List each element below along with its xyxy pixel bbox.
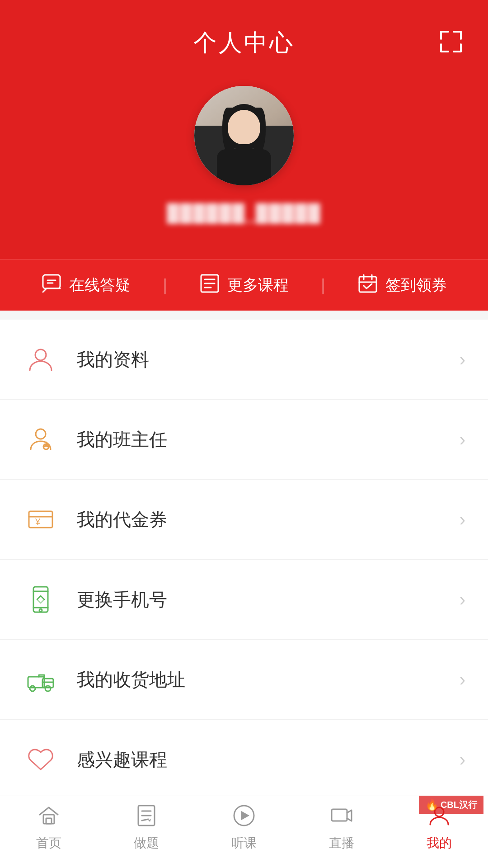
username-display: ██████_█████ (167, 203, 321, 223)
more-courses-icon (199, 273, 220, 297)
avatar[interactable] (194, 86, 294, 185)
svg-point-23 (30, 686, 35, 691)
menu-section: 我的资料 › 我的班主任 › ¥ 我的代金券 › (0, 320, 488, 868)
scan-button[interactable] (436, 27, 465, 60)
nav-exercise-label: 做题 (134, 835, 159, 852)
svg-point-20 (39, 609, 42, 612)
nav-home-label: 首页 (36, 835, 61, 852)
svg-rect-0 (43, 275, 60, 288)
my-profile-label: 我的资料 (77, 347, 460, 372)
my-teacher-icon-wrap (23, 421, 59, 458)
quick-actions-bar: 在线答疑 | 更多课程 | 签到领券 (0, 259, 488, 311)
svg-point-12 (36, 429, 46, 439)
delivery-icon-wrap (23, 661, 59, 698)
interested-courses-arrow: › (460, 750, 465, 770)
online-qa-label: 在线答疑 (69, 275, 131, 296)
nav-item-live[interactable]: 直播 (293, 804, 390, 852)
quick-action-online-qa[interactable]: 在线答疑 (9, 273, 163, 297)
change-phone-icon-wrap (23, 581, 59, 618)
svg-rect-34 (332, 809, 347, 821)
divider-1: | (163, 276, 167, 295)
svg-point-11 (35, 349, 46, 360)
my-voucher-label: 我的代金券 (77, 507, 460, 532)
divider-2: | (321, 276, 325, 295)
my-profile-icon-wrap (23, 341, 59, 377)
nav-listen-label: 听课 (231, 835, 257, 852)
svg-line-31 (142, 819, 148, 821)
menu-item-my-teacher[interactable]: 我的班主任 › (0, 400, 488, 480)
exercise-icon (135, 804, 158, 831)
quick-action-more-courses[interactable]: 更多课程 (167, 273, 321, 297)
menu-item-my-voucher[interactable]: ¥ 我的代金券 › (0, 480, 488, 560)
online-qa-icon (41, 273, 62, 297)
bottom-nav: 首页 做题 听课 (0, 796, 488, 868)
menu-item-change-phone[interactable]: 更换手机号 › (0, 560, 488, 640)
my-teacher-arrow: › (460, 429, 465, 450)
change-phone-arrow: › (460, 590, 465, 610)
nav-live-label: 直播 (329, 835, 354, 852)
my-profile-icon (26, 345, 55, 374)
interested-courses-icon (26, 745, 55, 774)
watermark-text: CBL汉行 (441, 799, 477, 811)
listen-icon (232, 804, 256, 831)
checkin-label: 签到领券 (385, 275, 447, 296)
page-title: 个人中心 (193, 27, 295, 59)
header-section: 个人中心 ██████_█████ (0, 0, 488, 259)
delivery-icon (26, 665, 55, 694)
my-voucher-icon-wrap: ¥ (23, 501, 59, 538)
my-voucher-arrow: › (460, 509, 465, 530)
svg-rect-14 (29, 511, 52, 528)
nav-profile-label: 我的 (427, 835, 452, 852)
more-courses-label: 更多课程 (227, 275, 289, 296)
live-icon (330, 804, 353, 831)
change-phone-label: 更换手机号 (77, 587, 460, 612)
change-phone-icon (26, 585, 55, 614)
svg-marker-33 (241, 811, 249, 820)
flame-icon: 🔥 (425, 798, 439, 811)
watermark: 🔥 CBL汉行 (419, 796, 483, 814)
interested-courses-icon-wrap (23, 741, 59, 778)
svg-rect-26 (43, 815, 54, 824)
my-voucher-icon: ¥ (26, 505, 55, 534)
scan-icon (436, 27, 465, 56)
menu-item-interested-courses[interactable]: 感兴趣课程 › (0, 720, 488, 800)
svg-text:¥: ¥ (35, 517, 41, 527)
menu-item-delivery-address[interactable]: 我的收货地址 › (0, 640, 488, 720)
my-teacher-icon (26, 425, 55, 454)
my-profile-arrow: › (460, 349, 465, 370)
checkin-icon (357, 273, 378, 297)
svg-rect-7 (359, 277, 376, 292)
svg-rect-27 (46, 818, 52, 824)
interested-courses-label: 感兴趣课程 (77, 747, 460, 772)
nav-item-exercise[interactable]: 做题 (98, 804, 195, 852)
my-teacher-label: 我的班主任 (77, 427, 460, 452)
home-icon (37, 804, 61, 831)
nav-item-listen[interactable]: 听课 (195, 804, 293, 852)
nav-item-home[interactable]: 首页 (0, 804, 98, 852)
delivery-address-arrow: › (460, 670, 465, 690)
svg-point-24 (45, 686, 51, 691)
menu-item-my-profile[interactable]: 我的资料 › (0, 320, 488, 400)
quick-action-checkin[interactable]: 签到领券 (325, 273, 479, 297)
delivery-address-label: 我的收货地址 (77, 667, 460, 692)
